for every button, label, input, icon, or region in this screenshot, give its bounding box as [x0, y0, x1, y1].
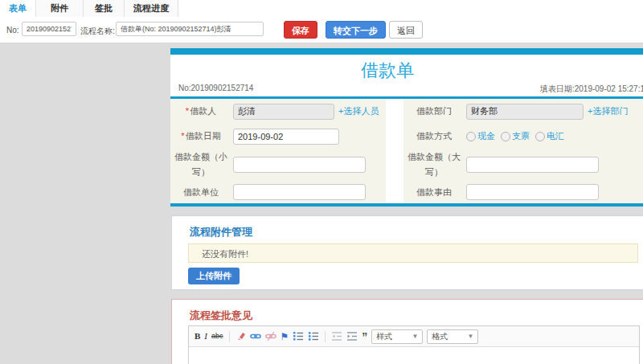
toolbar-separator — [325, 331, 326, 342]
editor-toolbar: B I abc ⚑ — [189, 326, 639, 347]
blockquote-icon[interactable]: ” — [362, 331, 367, 342]
no-label: No: — [6, 26, 19, 35]
italic-icon[interactable]: I — [204, 332, 207, 341]
tab-approval[interactable]: 签批 — [84, 0, 125, 17]
toolbar-separator — [229, 331, 230, 342]
loan-unit-label: 借款单位 — [170, 185, 231, 200]
tab-bar: 表单 附件 签批 流程进度 — [0, 0, 643, 18]
radio-cheque[interactable]: 支票 — [501, 130, 530, 142]
loan-method-label: 借款方式 — [403, 129, 465, 144]
borrower-input[interactable] — [233, 104, 334, 120]
unordered-list-icon[interactable] — [308, 331, 319, 342]
toolbar-row: No: 流程名称: 保存 转交下一步 返回 — [0, 18, 643, 43]
loan-reason-input[interactable] — [466, 184, 599, 200]
radio-circle-icon — [535, 132, 545, 141]
department-row: 借款部门 +选择部门 — [403, 99, 643, 124]
ordered-list-icon[interactable] — [293, 331, 304, 342]
required-asterisk: * — [186, 106, 189, 116]
attachment-section: 流程附件管理 还没有附件! 上传附件 — [171, 215, 643, 290]
amount-small-row: 借款金额（小写） — [170, 149, 386, 181]
tab-form[interactable]: 表单 — [0, 0, 36, 17]
chevron-down-icon: ▼ — [467, 333, 473, 340]
form-title: 借款单 — [170, 59, 604, 83]
department-label: 借款部门 — [403, 104, 465, 119]
radio-circle-icon — [501, 132, 510, 141]
no-input[interactable] — [22, 22, 76, 36]
borrower-label: *借款人 — [170, 104, 231, 119]
remove-format-icon[interactable] — [235, 331, 246, 342]
select-department-link[interactable]: +选择部门 — [588, 105, 628, 117]
no-attachment-alert: 还没有附件! — [188, 243, 638, 263]
link-icon[interactable] — [250, 331, 261, 342]
tab-process-progress[interactable]: 流程进度 — [125, 0, 178, 17]
approval-section: 流程签批意见 B I abc ⚑ — [171, 299, 643, 364]
rich-text-editor: B I abc ⚑ — [188, 325, 640, 364]
outdent-icon[interactable] — [331, 331, 342, 342]
forward-next-step-button[interactable]: 转交下一步 — [326, 21, 386, 39]
borrower-row: *借款人 +选择人员 — [170, 99, 386, 124]
chevron-down-icon: ▼ — [412, 333, 418, 340]
form-left-column: *借款人 +选择人员 *借款日期 借款金额（小写） 借款单位 — [170, 99, 386, 203]
upload-attachment-button[interactable]: 上传附件 — [188, 268, 240, 284]
loan-unit-row: 借款单位 — [170, 181, 386, 203]
attachment-heading: 流程附件管理 — [190, 225, 252, 239]
loan-method-row: 借款方式 现金 支票 电汇 — [403, 124, 643, 149]
process-name-input[interactable] — [116, 22, 264, 36]
form-number-text: No:20190902152714 — [178, 84, 253, 92]
select-person-link[interactable]: +选择人员 — [338, 105, 379, 117]
amount-big-input[interactable] — [466, 157, 599, 173]
department-input[interactable] — [466, 104, 584, 120]
radio-cash[interactable]: 现金 — [466, 130, 495, 142]
loan-reason-row: 借款事由 — [403, 181, 643, 203]
amount-big-row: 借款金额（大写） — [403, 149, 643, 181]
loan-date-label: *借款日期 — [170, 129, 231, 144]
styles-dropdown[interactable]: 样式▼ — [371, 329, 423, 344]
editor-content-area[interactable] — [189, 347, 639, 364]
loan-unit-input[interactable] — [233, 184, 366, 200]
panel-top-bar — [170, 48, 643, 55]
divider — [170, 203, 643, 207]
approval-heading: 流程签批意见 — [190, 309, 252, 323]
loan-date-input[interactable] — [233, 129, 339, 145]
format-dropdown[interactable]: 格式▼ — [427, 329, 478, 344]
form-right-column: 借款部门 +选择部门 借款方式 现金 支票 电汇 借款金额（大写） 借款事由 — [403, 99, 643, 203]
loan-date-row: *借款日期 — [170, 124, 386, 149]
process-name-label: 流程名称: — [80, 26, 115, 37]
indent-icon[interactable] — [346, 331, 358, 342]
strikethrough-icon[interactable]: abc — [211, 333, 223, 340]
radio-wire-transfer[interactable]: 电汇 — [535, 130, 564, 142]
bold-icon[interactable]: B — [195, 332, 200, 341]
back-button[interactable]: 返回 — [389, 21, 423, 39]
save-button[interactable]: 保存 — [284, 21, 317, 39]
amount-small-label: 借款金额（小写） — [170, 149, 231, 179]
radio-circle-icon — [466, 132, 476, 141]
fill-date-text: 填表日期:2019-09-02 15:27:1 — [540, 84, 643, 95]
required-asterisk: * — [181, 131, 184, 141]
loan-form-panel: 借款单 No:20190902152714 填表日期:2019-09-02 15… — [170, 48, 643, 207]
amount-small-input[interactable] — [233, 157, 366, 173]
tab-attachments[interactable]: 附件 — [36, 0, 84, 17]
unlink-icon[interactable] — [265, 331, 276, 342]
loan-reason-label: 借款事由 — [403, 185, 465, 200]
amount-big-label: 借款金额（大写） — [403, 149, 465, 179]
anchor-flag-icon[interactable]: ⚑ — [281, 332, 289, 342]
